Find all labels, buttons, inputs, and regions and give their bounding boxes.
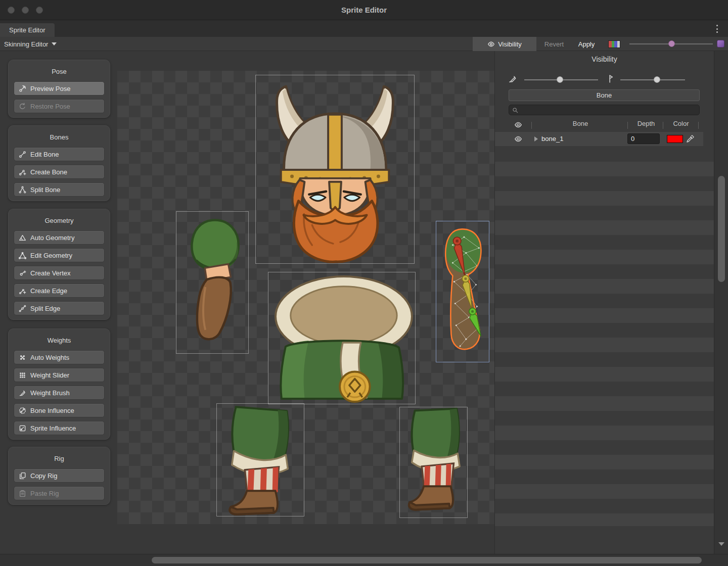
button-label: Sprite Influence: [30, 424, 76, 432]
sprite-influence-button[interactable]: Sprite Influence: [14, 421, 105, 435]
eyedropper-icon[interactable]: [686, 135, 694, 143]
weight-slider-button[interactable]: Weight Slider: [14, 368, 105, 382]
button-label: Bone Influence: [30, 407, 74, 414]
restore-pose-button[interactable]: Restore Pose: [14, 99, 105, 113]
revert-button[interactable]: Revert: [539, 37, 569, 51]
auto-weights-icon: [19, 354, 26, 361]
visibility-panel: Visibility Bone Bone Depth Color bone_1: [494, 51, 714, 554]
viking-head-sprite[interactable]: [256, 75, 414, 263]
apply-label: Apply: [578, 40, 595, 48]
preview-pose-button[interactable]: Preview Pose: [14, 81, 105, 96]
revert-label: Revert: [544, 40, 564, 48]
overlay-color-icon[interactable]: [717, 40, 724, 48]
edit-geometry-button[interactable]: Edit Geometry: [14, 248, 105, 262]
scroll-down-arrow-icon[interactable]: [718, 542, 724, 546]
pose-panel-title: Pose: [9, 60, 110, 81]
preview-pose-icon: [19, 85, 26, 92]
geometry-panel: Geometry Auto Geometry Edit Geometry Cre…: [8, 209, 110, 320]
viking-torso-sprite[interactable]: [268, 272, 415, 404]
edit-bone-icon: [19, 151, 26, 158]
bone-table-header: Bone Depth Color: [495, 120, 703, 131]
viking-head-selection: [255, 75, 415, 264]
viking-left-leg-sprite[interactable]: [217, 404, 304, 516]
eye-icon: [487, 40, 495, 48]
bone-search-field[interactable]: [509, 105, 700, 115]
create-bone-button[interactable]: Create Bone: [14, 165, 105, 179]
mesh-pin-icon: [605, 74, 614, 83]
split-bone-button[interactable]: Split Bone: [14, 182, 105, 197]
button-label: Create Vertex: [30, 269, 71, 277]
weight-brush-button[interactable]: Weight Brush: [14, 386, 105, 400]
create-vertex-button[interactable]: Create Vertex: [14, 266, 105, 280]
apply-button[interactable]: Apply: [572, 37, 601, 51]
viking-mitten-arm-selection: [176, 211, 249, 354]
button-label: Split Edge: [30, 305, 60, 312]
depth-input[interactable]: [627, 133, 660, 144]
column-bone: Bone: [535, 120, 625, 127]
bone-row[interactable]: bone_1: [495, 132, 703, 146]
horizontal-scrollbar-track[interactable]: [0, 554, 728, 566]
tab-label: Sprite Editor: [9, 26, 46, 34]
button-label: Create Bone: [30, 168, 67, 176]
paste-rig-button[interactable]: Paste Rig: [14, 486, 105, 500]
row-eye-icon[interactable]: [514, 135, 522, 143]
edit-bone-button[interactable]: Edit Bone: [14, 147, 105, 161]
bone-list-empty-rows: [495, 147, 714, 526]
column-depth: Depth: [630, 120, 662, 127]
chevron-down-icon: [52, 42, 57, 45]
mesh-opacity-slider-thumb[interactable]: [654, 76, 660, 83]
visibility-toggle-button[interactable]: Visibility: [473, 37, 536, 51]
column-color: Color: [665, 120, 697, 127]
search-icon: [512, 107, 518, 113]
viking-left-leg-selection: [216, 403, 304, 516]
sprite-canvas[interactable]: [117, 71, 494, 524]
button-label: Split Bone: [30, 186, 60, 194]
split-edge-icon: [19, 305, 26, 312]
create-vertex-icon: [19, 269, 26, 277]
viking-skinned-arm-sprite[interactable]: [436, 221, 489, 362]
visibility-button-label: Visibility: [498, 40, 522, 48]
bone-color-swatch[interactable]: [667, 135, 683, 143]
bone-tab[interactable]: Bone: [509, 89, 700, 101]
viking-mitten-arm-sprite[interactable]: [176, 212, 248, 353]
bone-influence-icon: [19, 407, 26, 414]
button-label: Edit Geometry: [30, 252, 72, 259]
edit-geometry-icon: [19, 252, 26, 259]
sprite-color-mode-icon[interactable]: [608, 40, 620, 48]
expander-icon[interactable]: [534, 136, 538, 142]
pose-panel: Pose Preview Pose Restore Pose: [8, 60, 110, 118]
bone-opacity-slider-thumb[interactable]: [557, 76, 563, 83]
copy-rig-button[interactable]: Copy Rig: [14, 468, 105, 483]
weights-panel-title: Weights: [9, 329, 110, 350]
viking-right-leg-sprite[interactable]: [400, 407, 467, 517]
tab-bar: Sprite Editor: [0, 20, 728, 37]
auto-geometry-icon: [19, 234, 26, 242]
button-label: Preview Pose: [30, 85, 70, 92]
bones-panel-title: Bones: [9, 126, 110, 147]
window-title: Sprite Editor: [0, 0, 728, 20]
tab-sprite-editor[interactable]: Sprite Editor: [0, 23, 55, 37]
button-label: Edit Bone: [30, 151, 59, 158]
bone-search-input[interactable]: [521, 107, 696, 114]
bone-influence-button[interactable]: Bone Influence: [14, 403, 105, 417]
horizontal-scrollbar-thumb[interactable]: [152, 557, 702, 563]
vertical-scrollbar-track[interactable]: [714, 51, 728, 554]
split-edge-button[interactable]: Split Edge: [14, 301, 105, 315]
button-label: Create Edge: [30, 287, 67, 295]
kebab-menu-icon[interactable]: [714, 25, 720, 33]
weights-panel: Weights Auto Weights Weight Slider Weigh…: [8, 328, 110, 440]
skinning-editor-label: Skinning Editor: [4, 40, 48, 48]
skinning-editor-dropdown[interactable]: Skinning Editor: [4, 37, 57, 51]
rig-panel-title: Rig: [9, 447, 110, 468]
button-label: Paste Rig: [30, 490, 59, 497]
header-eye-icon[interactable]: [514, 121, 522, 129]
auto-geometry-button[interactable]: Auto Geometry: [14, 230, 105, 245]
button-label: Weight Brush: [30, 389, 70, 397]
bone-brush-icon: [508, 74, 517, 83]
mesh-opacity-slider-track[interactable]: [620, 79, 685, 80]
auto-weights-button[interactable]: Auto Weights: [14, 350, 105, 364]
create-edge-button[interactable]: Create Edge: [14, 284, 105, 298]
paste-rig-icon: [19, 490, 26, 497]
alpha-slider-thumb[interactable]: [668, 40, 675, 47]
vertical-scrollbar-thumb[interactable]: [718, 176, 725, 282]
